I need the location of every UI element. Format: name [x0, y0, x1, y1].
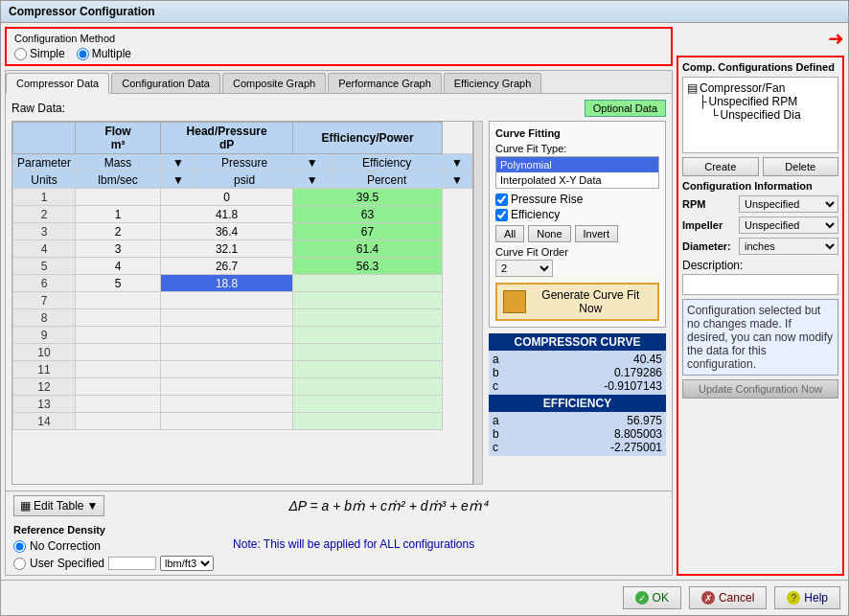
row-1-flow[interactable]	[76, 189, 161, 206]
help-button[interactable]: ? Help	[774, 586, 840, 609]
update-config-button[interactable]: Update Configuration Now	[682, 379, 838, 399]
edit-table-arrow[interactable]: ▼	[86, 499, 98, 513]
user-specified-radio[interactable]	[13, 558, 26, 570]
table-scrollbar[interactable]	[473, 121, 483, 485]
table-row: 12	[13, 378, 472, 396]
row-4-flow[interactable]: 3	[76, 240, 161, 258]
diameter-config-row: Diameter: inches	[682, 238, 838, 255]
edit-table-button[interactable]: ▦ Edit Table ▼	[13, 495, 104, 516]
row-3-pressure[interactable]: 36.4	[161, 223, 293, 240]
density-unit-select[interactable]: lbm/ft3	[160, 556, 214, 571]
row-5-pressure[interactable]: 26.7	[161, 258, 293, 275]
bottom-actions: ✓ OK ✗ Cancel ? Help	[1, 580, 848, 615]
invert-button[interactable]: Invert	[575, 225, 619, 242]
efficiency-check[interactable]: Efficiency	[495, 208, 659, 221]
config-method-radio-group: Simple Multiple	[14, 47, 663, 60]
simple-radio[interactable]	[14, 48, 27, 60]
note-text: Note: This will be applied for ALL confi…	[233, 537, 474, 551]
tab-composite-graph[interactable]: Composite Graph	[222, 73, 326, 93]
col-efficiency: Efficiency/Power	[293, 123, 443, 154]
row-3-flow[interactable]: 2	[76, 223, 161, 240]
row-1-eff[interactable]: 39.5	[293, 189, 443, 206]
param-mass-arrow[interactable]: ▼	[161, 154, 196, 171]
multiple-radio[interactable]	[77, 48, 89, 60]
simple-radio-label[interactable]: Simple	[14, 47, 65, 60]
user-specified-label[interactable]: User Specified lbm/ft3	[13, 556, 214, 571]
units-efficiency-arrow[interactable]: ▼	[442, 171, 471, 189]
units-mass-arrow[interactable]: ▼	[161, 171, 196, 189]
generate-curve-fit-button[interactable]: Generate Curve Fit Now	[495, 283, 659, 321]
row-3-eff[interactable]: 67	[293, 223, 443, 240]
description-input[interactable]	[682, 274, 838, 295]
arrow-indicator: ➜	[677, 27, 844, 50]
none-button[interactable]: None	[528, 225, 570, 242]
generate-icon	[503, 290, 526, 313]
param-efficiency: Efficiency	[332, 154, 443, 171]
param-pressure: Pressure	[196, 154, 293, 171]
pressure-rise-checkbox[interactable]	[495, 194, 508, 206]
tab-efficiency-graph[interactable]: Efficiency Graph	[444, 73, 542, 93]
param-pressure-arrow[interactable]: ▼	[293, 154, 332, 171]
row-4-eff[interactable]: 61.4	[293, 240, 443, 258]
checkbox-group: Pressure Rise Efficiency	[495, 193, 659, 221]
units-pressure-arrow[interactable]: ▼	[293, 171, 332, 189]
curve-type-interpolated[interactable]: Interpolated X-Y Data	[496, 172, 658, 188]
delete-button[interactable]: Delete	[763, 157, 839, 176]
row-1-pressure[interactable]: 0	[161, 189, 293, 206]
table-row: 8	[13, 309, 472, 327]
table-row: 11	[13, 361, 472, 378]
edit-table-area: ▦ Edit Table ▼	[13, 495, 104, 516]
no-correction-radio[interactable]	[13, 540, 26, 553]
impeller-select[interactable]: Unspecified	[739, 217, 838, 234]
formula-display: ΔP = a + bṁ + cṁ² + dṁ³ + eṁ⁴	[112, 498, 664, 513]
bottom-bar: ▦ Edit Table ▼ ΔP = a + bṁ + cṁ² + dṁ³ +…	[6, 491, 672, 520]
table-row: 5 4 26.7 56.3	[13, 258, 472, 275]
all-button[interactable]: All	[495, 225, 524, 242]
compressor-curve-data: a40.45 b0.179286 c-0.9107143	[489, 351, 666, 395]
tab-compressor-data[interactable]: Compressor Data	[6, 73, 109, 94]
units-mass: lbm/sec	[76, 171, 161, 189]
curve-fit-order-select[interactable]: 2 3 4	[495, 260, 553, 277]
optional-data-button[interactable]: Optional Data	[585, 100, 666, 117]
row-5-eff[interactable]: 56.3	[293, 258, 443, 275]
cancel-button[interactable]: ✗ Cancel	[689, 586, 767, 609]
units-efficiency: Percent	[332, 171, 443, 189]
param-mass: Mass	[76, 154, 161, 171]
edit-table-label: Edit Table	[34, 499, 83, 513]
table-row: 1 0 39.5	[13, 189, 472, 206]
row-5-flow[interactable]: 4	[76, 258, 161, 275]
row-2-eff[interactable]: 63	[293, 206, 443, 223]
tab-performance-graph[interactable]: Performance Graph	[328, 73, 442, 93]
tree-rpm-node[interactable]: ├ Unspecified RPM	[699, 95, 834, 108]
tab-configuration-data[interactable]: Configuration Data	[111, 73, 220, 93]
row-5-num: 5	[13, 258, 76, 275]
row-2-flow[interactable]: 1	[76, 206, 161, 223]
efficiency-checkbox[interactable]	[495, 209, 508, 221]
raw-data-label: Raw Data:	[11, 102, 65, 115]
no-correction-label[interactable]: No Correction	[13, 539, 214, 553]
row-6-flow[interactable]: 5	[76, 275, 161, 292]
units-label: Units	[13, 171, 76, 189]
user-specified-input[interactable]	[108, 557, 156, 570]
row-6-eff[interactable]	[293, 275, 443, 292]
curve-type-polynomial[interactable]: Polynomial	[496, 157, 658, 172]
row-2-pressure[interactable]: 41.8	[161, 206, 293, 223]
tree-dia-node[interactable]: └ Unspecified Dia	[710, 108, 834, 122]
ok-button[interactable]: ✓ OK	[623, 586, 681, 609]
notice-box: Configuration selected but no changes ma…	[682, 299, 838, 376]
description-section: Description:	[682, 259, 838, 295]
create-button[interactable]: Create	[682, 157, 759, 176]
ok-icon: ✓	[635, 591, 649, 605]
diameter-select[interactable]: inches	[739, 238, 838, 255]
simple-label: Simple	[30, 47, 65, 60]
row-4-pressure[interactable]: 32.1	[161, 240, 293, 258]
rpm-select[interactable]: Unspecified	[739, 195, 838, 213]
multiple-radio-label[interactable]: Multiple	[77, 47, 131, 60]
tree-rpm-label: Unspecified RPM	[709, 95, 798, 108]
row-6-pressure[interactable]: 18.8	[161, 275, 293, 292]
curve-fit-type-label: Curve Fit Type:	[495, 143, 659, 154]
data-table-wrapper[interactable]: Flowm³ Head/PressuredP Efficiency/Power …	[11, 121, 473, 485]
tree-root[interactable]: ▤ Compressor/Fan	[687, 81, 834, 95]
param-efficiency-arrow[interactable]: ▼	[442, 154, 471, 171]
pressure-rise-check[interactable]: Pressure Rise	[495, 193, 659, 206]
